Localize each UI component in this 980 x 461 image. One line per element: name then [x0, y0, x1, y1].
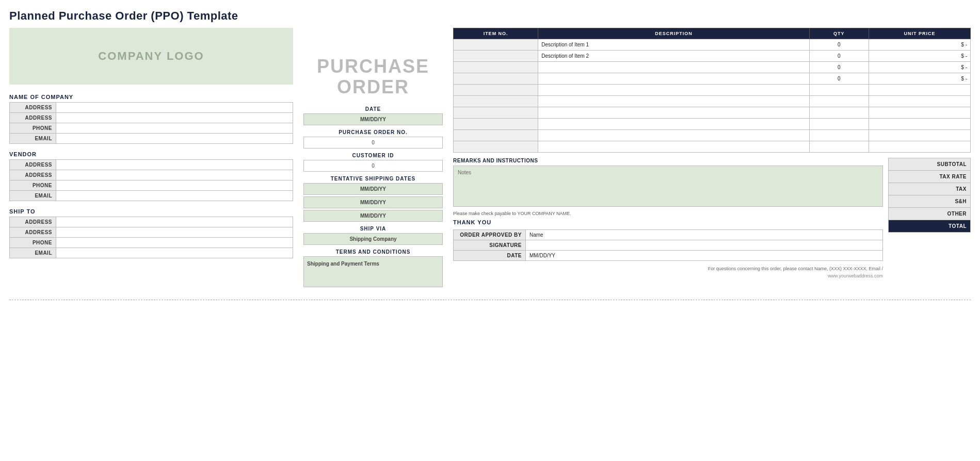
page-title: Planned Purchase Order (PPO) Template	[9, 9, 971, 23]
price-cell[interactable]: $ -	[869, 62, 970, 73]
description-cell[interactable]	[538, 107, 810, 119]
ship-to-address2-value[interactable]	[56, 227, 293, 238]
terms-input[interactable]: Shipping and Payment Terms	[303, 256, 443, 287]
price-cell[interactable]	[869, 130, 970, 141]
totals-total-label: TOTAL	[889, 220, 971, 233]
description-cell[interactable]	[538, 73, 810, 85]
qty-cell[interactable]	[809, 96, 869, 107]
ship-to-address1-value[interactable]	[56, 217, 293, 227]
shipping-date-2[interactable]: MM/DD/YY	[303, 196, 443, 208]
vendor-phone-value[interactable]	[56, 180, 293, 191]
vendor-section-label: VENDOR	[9, 151, 293, 157]
shipping-date-1[interactable]: MM/DD/YY	[303, 183, 443, 195]
vendor-row-phone: PHONE	[10, 180, 293, 191]
approval-row-approved-by: ORDER APPROVED BY Name	[454, 230, 883, 240]
table-row	[454, 85, 971, 96]
qty-cell[interactable]	[809, 130, 869, 141]
ship-to-row-address1: ADDRESS	[10, 217, 293, 227]
price-cell[interactable]: $ -	[869, 51, 970, 62]
po-no-input[interactable]: 0	[303, 137, 443, 149]
thank-you: THANK YOU	[453, 219, 883, 225]
approval-approved-by-value[interactable]: Name	[526, 230, 883, 240]
shipping-dates-group: TENTATIVE SHIPPING DATES MM/DD/YY MM/DD/…	[303, 176, 443, 222]
remarks-notes[interactable]: Notes	[453, 166, 883, 207]
table-row	[454, 107, 971, 119]
description-cell[interactable]: Description of Item 1	[538, 39, 810, 51]
price-cell[interactable]	[869, 96, 970, 107]
company-email-label: EMAIL	[10, 134, 56, 144]
po-header-line2: ORDER	[317, 77, 429, 97]
approval-row-date: DATE MM/DD/YY	[454, 251, 883, 261]
qty-cell[interactable]: 0	[809, 62, 869, 73]
company-address1-label: ADDRESS	[10, 103, 56, 113]
item-no-cell[interactable]	[454, 51, 538, 62]
item-no-cell[interactable]	[454, 119, 538, 130]
bottom-right-section: REMARKS AND INSTRUCTIONS Notes Please ma…	[453, 158, 971, 278]
description-cell[interactable]	[538, 141, 810, 153]
vendor-row-email: EMAIL	[10, 191, 293, 201]
description-cell[interactable]: Description of Item 2	[538, 51, 810, 62]
company-address1-value[interactable]	[56, 103, 293, 113]
vendor-row-address2: ADDRESS	[10, 170, 293, 180]
qty-cell[interactable]: 0	[809, 39, 869, 51]
totals-subtotal-row: SUBTOTAL	[889, 158, 971, 171]
company-phone-value[interactable]	[56, 123, 293, 134]
vendor-email-value[interactable]	[56, 191, 293, 201]
totals-other-row: OTHER	[889, 208, 971, 220]
approval-date-value[interactable]: MM/DD/YY	[526, 251, 883, 261]
price-cell[interactable]	[869, 119, 970, 130]
payable-note: Please make check payable to YOUR COMPAN…	[453, 211, 883, 216]
po-no-label: PURCHASE ORDER NO.	[303, 129, 443, 135]
price-cell[interactable]	[869, 107, 970, 119]
totals-col: SUBTOTAL TAX RATE TAX S&H OTHER	[888, 158, 971, 278]
items-table: ITEM NO. DESCRIPTION QTY UNIT PRICE Desc…	[453, 28, 971, 153]
qty-cell[interactable]	[809, 107, 869, 119]
totals-tax-rate-row: TAX RATE	[889, 171, 971, 183]
date-input[interactable]: MM/DD/YY	[303, 113, 443, 125]
item-no-cell[interactable]	[454, 96, 538, 107]
approval-signature-value[interactable]	[526, 240, 883, 251]
company-row-email: EMAIL	[10, 134, 293, 144]
qty-cell[interactable]	[809, 119, 869, 130]
ship-to-row-phone: PHONE	[10, 238, 293, 248]
price-cell[interactable]	[869, 85, 970, 96]
price-cell[interactable]: $ -	[869, 73, 970, 85]
customer-id-input[interactable]: 0	[303, 160, 443, 172]
price-cell[interactable]	[869, 141, 970, 153]
ship-to-phone-label: PHONE	[10, 238, 56, 248]
description-cell[interactable]	[538, 119, 810, 130]
item-no-cell[interactable]	[454, 62, 538, 73]
company-address2-value[interactable]	[56, 113, 293, 123]
qty-cell[interactable]	[809, 141, 869, 153]
item-no-cell[interactable]	[454, 141, 538, 153]
item-no-cell[interactable]	[454, 107, 538, 119]
item-no-cell[interactable]	[454, 130, 538, 141]
vendor-address2-value[interactable]	[56, 170, 293, 180]
item-no-cell[interactable]	[454, 39, 538, 51]
qty-cell[interactable]: 0	[809, 51, 869, 62]
company-email-value[interactable]	[56, 134, 293, 144]
item-no-cell[interactable]	[454, 73, 538, 85]
ship-to-phone-value[interactable]	[56, 238, 293, 248]
description-cell[interactable]	[538, 130, 810, 141]
description-cell[interactable]	[538, 85, 810, 96]
description-cell[interactable]	[538, 62, 810, 73]
qty-cell[interactable]: 0	[809, 73, 869, 85]
description-cell[interactable]	[538, 96, 810, 107]
price-cell[interactable]: $ -	[869, 39, 970, 51]
ship-to-email-value[interactable]	[56, 248, 293, 258]
bottom-divider	[9, 300, 971, 300]
items-table-header-row: ITEM NO. DESCRIPTION QTY UNIT PRICE	[454, 28, 971, 39]
ship-to-row-address2: ADDRESS	[10, 227, 293, 238]
shipping-date-3[interactable]: MM/DD/YY	[303, 210, 443, 222]
item-no-cell[interactable]	[454, 85, 538, 96]
table-row	[454, 96, 971, 107]
vendor-address1-value[interactable]	[56, 160, 293, 170]
ship-via-input[interactable]: Shipping Company	[303, 233, 443, 245]
company-section-label: NAME OF COMPANY	[9, 94, 293, 100]
logo-text: COMPANY LOGO	[98, 50, 204, 63]
totals-total-row: TOTAL	[889, 220, 971, 233]
table-row: 0 $ -	[454, 73, 971, 85]
qty-cell[interactable]	[809, 85, 869, 96]
date-group: DATE MM/DD/YY	[303, 106, 443, 125]
